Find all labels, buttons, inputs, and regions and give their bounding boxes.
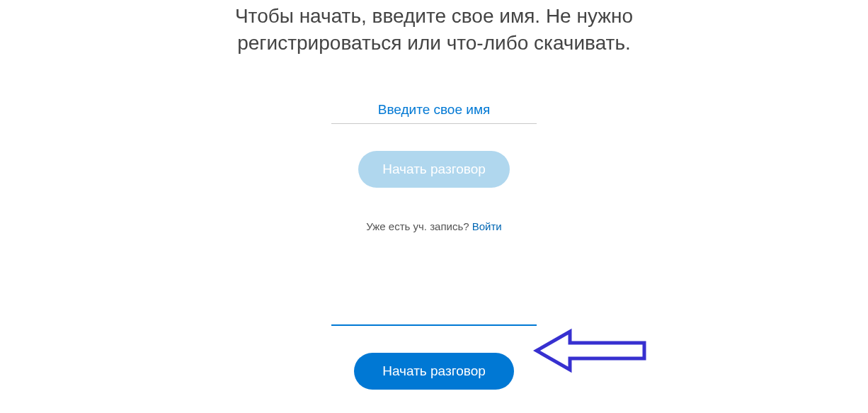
already-have-account-row: Уже есть уч. запись? Войти [366, 220, 501, 232]
main-container: Чтобы начать, введите свое имя. Не нужно… [0, 0, 868, 390]
name-input-active[interactable] [331, 300, 537, 326]
name-input[interactable] [331, 98, 537, 124]
sign-in-link[interactable]: Войти [472, 220, 502, 232]
page-subtitle: Чтобы начать, введите свое имя. Не нужно… [207, 3, 661, 57]
start-conversation-button[interactable]: Начать разговор [354, 353, 514, 390]
already-have-account-text: Уже есть уч. запись? [366, 220, 472, 232]
start-conversation-button-disabled[interactable]: Начать разговор [358, 151, 510, 188]
